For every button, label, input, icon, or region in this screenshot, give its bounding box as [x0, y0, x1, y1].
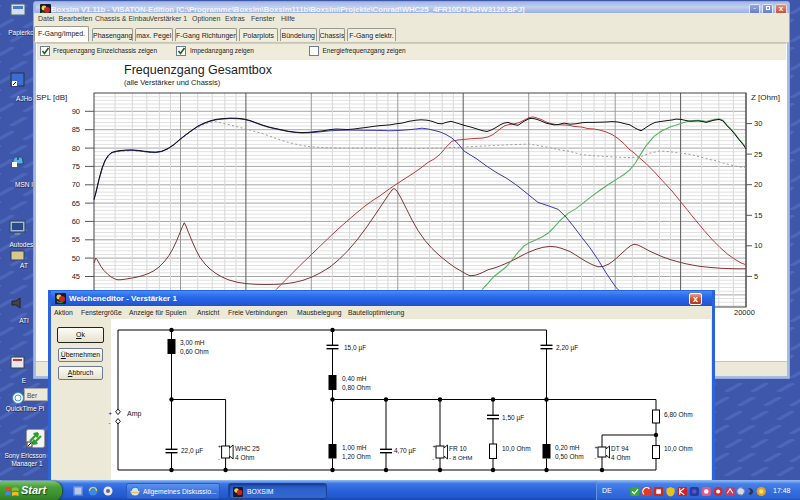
- svg-text:0,50 Ohm: 0,50 Ohm: [555, 453, 584, 460]
- svg-text:1,20 Ohm: 1,20 Ohm: [342, 453, 371, 460]
- svg-text:4 Ohm: 4 Ohm: [235, 454, 255, 461]
- svg-text:2,20 µF: 2,20 µF: [556, 344, 578, 352]
- svg-text:Amp: Amp: [127, 410, 142, 418]
- svg-text:WHC 25: WHC 25: [235, 445, 260, 452]
- svg-text:10,0 Ohm: 10,0 Ohm: [502, 445, 531, 452]
- svg-text:FR 10: FR 10: [449, 445, 467, 452]
- svg-text:+: +: [218, 443, 221, 449]
- svg-text:+: +: [109, 410, 113, 416]
- svg-text:+: +: [595, 444, 598, 450]
- svg-text:-: -: [218, 456, 220, 462]
- svg-text:+: +: [433, 443, 436, 449]
- svg-text:0,80 Ohm: 0,80 Ohm: [342, 384, 371, 391]
- svg-text:4 Ohm: 4 Ohm: [611, 454, 631, 461]
- svg-text:4,70 µF: 4,70 µF: [394, 447, 416, 455]
- svg-text:0,40 mH: 0,40 mH: [342, 375, 367, 382]
- svg-text:-: -: [433, 456, 435, 462]
- svg-text:22,0 µF: 22,0 µF: [181, 447, 203, 455]
- svg-text:-: -: [595, 455, 597, 461]
- svg-text:DT 94: DT 94: [611, 445, 629, 452]
- svg-text:1,00 mH: 1,00 mH: [342, 444, 367, 451]
- svg-text:10,0 Ohm: 10,0 Ohm: [664, 445, 693, 452]
- svg-text:0,60 Ohm: 0,60 Ohm: [180, 348, 209, 355]
- svg-text:-: -: [109, 420, 111, 426]
- svg-text:1,50 µF: 1,50 µF: [502, 414, 524, 422]
- svg-text:3,00 mH: 3,00 mH: [180, 339, 205, 346]
- svg-text:6,80 Ohm: 6,80 Ohm: [664, 411, 693, 418]
- svg-text:15,0 µF: 15,0 µF: [344, 344, 366, 352]
- svg-text:- 8 OHM: - 8 OHM: [449, 454, 472, 461]
- svg-text:0,20 mH: 0,20 mH: [555, 444, 580, 451]
